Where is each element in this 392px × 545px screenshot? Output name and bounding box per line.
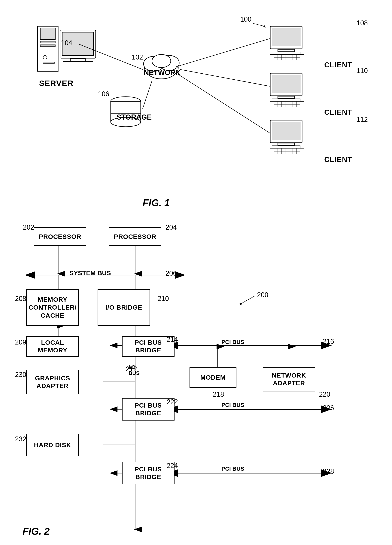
pci-bus-bridge3-label: PCI BUSBRIDGE [135, 465, 162, 481]
processor1-box: PROCESSOR [34, 227, 86, 246]
ref-112: 112 [356, 116, 368, 124]
ref-200: 200 [257, 291, 268, 299]
ref-232: 232 [15, 435, 26, 443]
svg-point-14 [152, 55, 171, 68]
svg-rect-0 [37, 26, 58, 71]
fig2-label: FIG. 2 [23, 526, 49, 537]
ref-209: 209 [15, 338, 26, 346]
svg-text:100: 100 [240, 15, 251, 23]
client1-label: CLIENT [324, 61, 352, 69]
svg-point-13 [159, 55, 179, 70]
ref-214: 214 [167, 336, 178, 344]
svg-rect-3 [40, 45, 55, 47]
svg-rect-22 [278, 49, 295, 52]
client3-label: CLIENT [324, 156, 352, 164]
svg-line-61 [176, 38, 270, 67]
svg-line-65 [253, 24, 265, 26]
ref-206: 206 [165, 269, 177, 277]
fig1-container: 100 104 106 102 108 110 112 SERVER NETWO… [11, 11, 383, 218]
ref-224: 224 [167, 462, 178, 470]
graphics-adapter-label: GRAPHICSADAPTER [35, 374, 70, 390]
processor2-label: PROCESSOR [114, 233, 156, 241]
ref-216: 216 [323, 338, 334, 346]
ref-208: 208 [15, 295, 26, 303]
svg-rect-2 [40, 41, 55, 43]
svg-rect-49 [272, 146, 300, 148]
processor2-box: PROCESSOR [109, 227, 161, 246]
svg-rect-21 [272, 28, 300, 46]
io-bus-label: I/OBUS [129, 364, 140, 376]
ref-220: 220 [319, 390, 330, 398]
svg-rect-20 [270, 26, 302, 49]
system-bus-label: SYSTEM BUS [69, 269, 111, 277]
ref-202: 202 [23, 223, 34, 231]
svg-rect-33 [270, 73, 302, 96]
ref-218: 218 [213, 390, 224, 398]
network-adapter-label: NETWORKADAPTER [272, 372, 306, 387]
svg-line-60 [143, 81, 152, 109]
svg-rect-37 [270, 101, 304, 107]
svg-line-63 [176, 73, 270, 133]
svg-rect-50 [270, 148, 304, 154]
svg-rect-23 [272, 52, 300, 54]
pci-bus-bridge2-label: PCI BUSBRIDGE [135, 402, 162, 417]
pci-bus1-label: PCI BUS [221, 339, 244, 345]
io-bridge-label: I/O BRIDGE [105, 303, 142, 311]
svg-rect-48 [278, 143, 295, 145]
ref-230: 230 [15, 371, 26, 379]
memory-controller-box: MEMORYCONTROLLER/CACHE [26, 289, 79, 326]
ref-228: 228 [323, 467, 334, 475]
fig1-label: FIG. 1 [143, 197, 170, 208]
io-bridge-box: I/O BRIDGE [98, 289, 150, 326]
ref-106: 106 [98, 90, 109, 98]
fig2-container: PROCESSOR PROCESSOR MEMORYCONTROLLER/CAC… [11, 222, 383, 541]
svg-marker-90 [239, 303, 242, 305]
svg-point-4 [43, 55, 47, 59]
network-label: NETWORK [144, 69, 181, 77]
storage-label: STORAGE [116, 113, 152, 121]
ref-104: 104 [61, 39, 72, 47]
ref-102: 102 [132, 53, 143, 61]
pci-bus3-label: PCI BUS [221, 466, 244, 472]
memory-controller-label: MEMORYCONTROLLER/CACHE [29, 296, 77, 320]
svg-marker-66 [263, 25, 265, 28]
svg-rect-9 [63, 62, 93, 64]
svg-rect-34 [272, 75, 300, 93]
svg-rect-24 [270, 55, 304, 60]
server-label: SERVER [39, 79, 74, 88]
ref-226: 226 [323, 404, 334, 412]
hard-disk-label: HARD DISK [34, 441, 71, 449]
svg-rect-47 [272, 122, 300, 140]
svg-rect-35 [278, 96, 295, 99]
modem-label: MODEM [200, 374, 226, 381]
ref-110: 110 [356, 67, 368, 75]
pci-bus-bridge1-label: PCI BUSBRIDGE [135, 339, 162, 354]
svg-rect-5 [43, 62, 55, 63]
hard-disk-box: HARD DISK [26, 434, 79, 456]
svg-point-15 [111, 97, 141, 106]
svg-rect-36 [272, 99, 300, 101]
svg-line-62 [180, 69, 270, 86]
modem-box: MODEM [190, 367, 236, 388]
graphics-adapter-box: GRAPHICSADAPTER [26, 370, 79, 394]
svg-line-89 [240, 296, 255, 304]
processor1-label: PROCESSOR [39, 233, 81, 241]
ref-108: 108 [356, 19, 368, 27]
local-memory-label: LOCALMEMORY [38, 339, 67, 354]
svg-rect-1 [40, 28, 55, 39]
local-memory-box: LOCALMEMORY [26, 336, 79, 357]
ref-222: 222 [167, 398, 178, 406]
client2-label: CLIENT [324, 108, 352, 116]
svg-rect-46 [270, 120, 302, 143]
network-adapter-box: NETWORKADAPTER [263, 367, 315, 391]
ref-204: 204 [165, 223, 177, 231]
pci-bus2-label: PCI BUS [221, 402, 244, 408]
svg-rect-8 [70, 59, 85, 62]
ref-210: 210 [158, 295, 169, 303]
